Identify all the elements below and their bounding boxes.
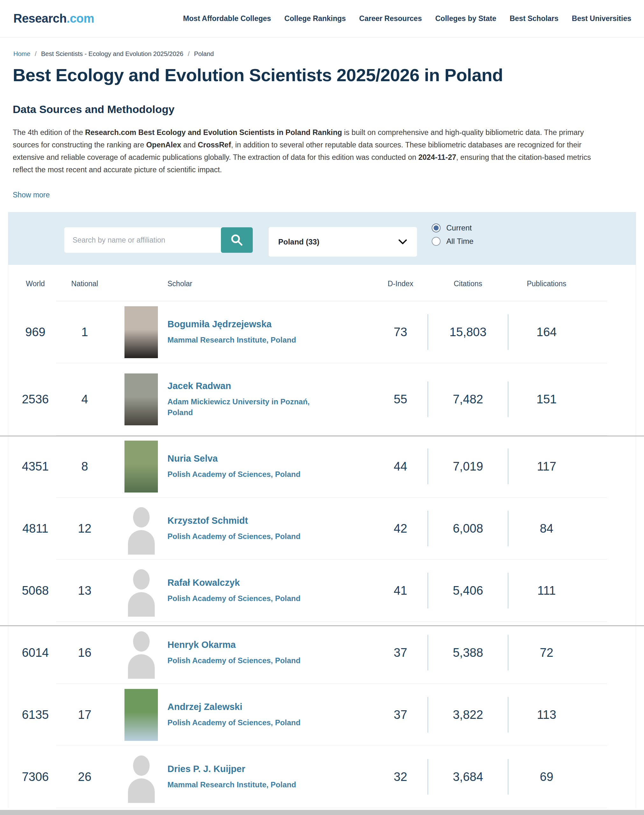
scholar-cell: Dries P. J. KuijperMammal Research Insti… — [167, 764, 373, 790]
nav-item-best-universities[interactable]: Best Universities — [572, 14, 631, 23]
scholar-avatar-placeholder — [124, 565, 158, 617]
d-index-value: 37 — [373, 646, 428, 660]
table-row: 25364Jacek RadwanAdam Mickiewicz Univers… — [8, 363, 636, 435]
column-header-scholar: Scholar — [167, 279, 373, 288]
nav-item-most-affordable-colleges[interactable]: Most Affordable Colleges — [183, 14, 271, 23]
metrics-group: 426,00884 — [373, 511, 585, 546]
scholar-avatar-placeholder — [124, 503, 158, 555]
scholar-name-link[interactable]: Dries P. J. Kuijper — [167, 764, 245, 774]
research-com-logo[interactable]: Research.com — [13, 12, 94, 26]
scholar-name-link[interactable]: Bogumiła Jędrzejewska — [167, 319, 271, 329]
table-row: 613517Andrzej ZalewskiPolish Academy of … — [8, 684, 636, 746]
d-index-value: 32 — [373, 770, 428, 784]
scholar-affiliation: Adam Mickiewicz University in Poznań, Po… — [167, 396, 320, 418]
scholar-avatar-placeholder — [124, 627, 158, 679]
column-header-world: World — [8, 279, 62, 288]
national-rank-value: 1 — [62, 325, 107, 339]
radio-label: All Time — [446, 237, 473, 246]
metrics-group: 415,406111 — [373, 573, 585, 608]
scholar-photo-cell — [124, 751, 158, 803]
search-input[interactable] — [64, 227, 222, 253]
methodology-bold-segment: 2024-11-27 — [418, 153, 456, 161]
scholar-name-link[interactable]: Nuria Selva — [167, 453, 218, 464]
scholar-name-link[interactable]: Andrzej Zalewski — [167, 702, 242, 712]
world-rank-value: 7306 — [8, 770, 62, 784]
scholar-affiliation: Polish Academy of Sciences, Poland — [167, 593, 320, 604]
radio-option-current[interactable]: Current — [432, 224, 473, 233]
country-dropdown[interactable]: Poland (33) — [269, 227, 417, 257]
publications-value: 69 — [508, 770, 585, 784]
scholar-photo — [124, 441, 158, 492]
person-icon — [128, 778, 155, 803]
chevron-down-icon — [398, 239, 408, 245]
methodology-paragraph: The 4th edition of the Research.com Best… — [0, 116, 624, 176]
table-row: 601416Henryk OkarmaPolish Academy of Sci… — [8, 622, 636, 683]
table-body: 9691Bogumiła JędrzejewskaMammal Research… — [8, 301, 636, 808]
scholar-affiliation: Polish Academy of Sciences, Poland — [167, 717, 320, 728]
scholar-name-link[interactable]: Rafał Kowalczyk — [167, 578, 240, 588]
metrics-group: 447,019117 — [373, 449, 585, 484]
column-header-national: National — [62, 279, 107, 288]
time-range-radio-group: CurrentAll Time — [432, 224, 473, 246]
column-header-citations: Citations — [428, 279, 508, 288]
page-title: Best Ecology and Evolution Scientists 20… — [0, 58, 644, 85]
world-rank-value: 6135 — [8, 708, 62, 722]
scholar-photo — [124, 689, 158, 741]
horizontal-scrollbar[interactable] — [0, 810, 644, 815]
search-button[interactable] — [221, 227, 253, 253]
scholar-name-link[interactable]: Krzysztof Schmidt — [167, 515, 248, 526]
show-more-link[interactable]: Show more — [13, 191, 50, 199]
person-icon — [133, 569, 150, 590]
radio-selected-icon[interactable] — [432, 224, 440, 233]
breadcrumb-separator: / — [35, 50, 37, 58]
nav-item-best-scholars[interactable]: Best Scholars — [510, 14, 558, 23]
citations-value: 3,822 — [428, 708, 508, 722]
citations-value: 7,019 — [428, 460, 508, 473]
national-rank-value: 4 — [62, 392, 107, 406]
nav-item-career-resources[interactable]: Career Resources — [359, 14, 422, 23]
column-header-d-index: D-Index — [373, 279, 428, 288]
breadcrumb-item-1[interactable]: Home — [13, 50, 30, 58]
person-icon — [128, 592, 155, 617]
d-index-value: 55 — [373, 392, 428, 406]
site-header: Research.com Most Affordable CollegesCol… — [0, 0, 644, 38]
scholar-affiliation: Polish Academy of Sciences, Poland — [167, 655, 320, 666]
national-rank-value: 8 — [62, 460, 107, 473]
publications-value: 111 — [508, 584, 585, 597]
scholar-photo — [124, 374, 158, 425]
page-shadow-line — [0, 435, 644, 437]
person-icon — [128, 530, 155, 555]
country-dropdown-value: Poland (33) — [278, 237, 319, 247]
scholar-photo-cell — [124, 627, 158, 679]
scholar-cell: Andrzej ZalewskiPolish Academy of Scienc… — [167, 702, 373, 728]
radio-unselected-icon[interactable] — [432, 237, 440, 246]
scholar-photo-cell — [124, 689, 158, 741]
scholar-photo-cell — [124, 565, 158, 617]
nav-item-colleges-by-state[interactable]: Colleges by State — [435, 14, 496, 23]
search-icon — [230, 233, 244, 247]
breadcrumb: Home/Best Scientists - Ecology and Evolu… — [0, 38, 644, 58]
methodology-text-segment: The 4th edition of the — [13, 128, 85, 136]
world-rank-value: 969 — [8, 325, 62, 339]
scholar-name-link[interactable]: Henryk Okarma — [167, 640, 236, 650]
scholar-cell: Jacek RadwanAdam Mickiewicz University i… — [167, 381, 373, 418]
breadcrumb-separator: / — [188, 50, 190, 58]
methodology-bold-segment: CrossRef — [198, 141, 231, 149]
column-header-publications: Publications — [508, 279, 585, 288]
national-rank-value: 13 — [62, 584, 107, 597]
publications-value: 117 — [508, 460, 585, 473]
publications-value: 164 — [508, 325, 585, 339]
metrics-group: 375,38872 — [373, 635, 585, 671]
nav-item-college-rankings[interactable]: College Rankings — [284, 14, 346, 23]
table-row: 43518Nuria SelvaPolish Academy of Scienc… — [8, 435, 636, 497]
national-rank-value: 12 — [62, 522, 107, 536]
d-index-value: 41 — [373, 584, 428, 597]
scholar-name-link[interactable]: Jacek Radwan — [167, 381, 231, 391]
scholar-affiliation: Polish Academy of Sciences, Poland — [167, 469, 320, 480]
person-icon — [128, 654, 155, 679]
metrics-group: 373,822113 — [373, 697, 585, 732]
d-index-value: 73 — [373, 325, 428, 339]
radio-option-all-time[interactable]: All Time — [432, 237, 473, 246]
methodology-heading: Data Sources and Methodology — [0, 85, 644, 116]
publications-value: 113 — [508, 708, 585, 722]
